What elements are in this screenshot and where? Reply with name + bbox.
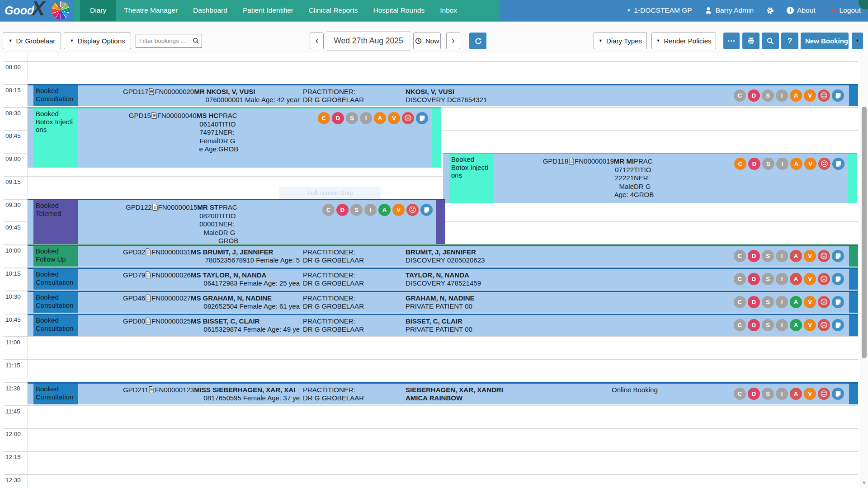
status-icon-c[interactable]: C xyxy=(322,204,335,216)
status-icon-v[interactable]: V xyxy=(804,388,816,400)
status-icon-v[interactable]: V xyxy=(804,250,816,262)
note-icon[interactable] xyxy=(832,158,844,170)
note-icon[interactable] xyxy=(832,89,844,102)
status-icon-a[interactable]: A xyxy=(374,112,386,124)
status-icon-d[interactable]: D xyxy=(748,296,760,308)
nav-tab-patient-identifier[interactable]: Patient Identifier xyxy=(235,0,301,21)
about-button[interactable]: i About xyxy=(787,6,816,14)
status-icon-i[interactable]: I xyxy=(776,158,788,170)
status-icon-d[interactable]: D xyxy=(748,89,760,102)
sad-face-icon[interactable]: ☹ xyxy=(818,250,830,262)
nav-tab-inbox[interactable]: Inbox xyxy=(432,0,465,21)
note-icon[interactable] xyxy=(832,388,844,400)
note-icon[interactable] xyxy=(832,296,844,308)
sad-face-icon[interactable]: ☹ xyxy=(818,89,830,102)
booking-09:30-telemed[interactable]: BookedTelemedGPD122FN00000015MR ST082000… xyxy=(28,199,445,244)
status-icon-v[interactable]: V xyxy=(804,319,816,331)
status-icon-c[interactable]: C xyxy=(734,89,746,102)
status-icon-a[interactable]: A xyxy=(790,388,802,400)
status-icon-d[interactable]: D xyxy=(748,250,760,262)
new-booking-caret-button[interactable]: ▼ xyxy=(852,33,863,49)
search-button[interactable] xyxy=(762,33,779,49)
status-icon-c[interactable]: C xyxy=(734,319,746,331)
status-icon-i[interactable]: I xyxy=(364,204,377,216)
status-icon-d[interactable]: D xyxy=(748,388,760,400)
sad-face-icon[interactable]: ☹ xyxy=(406,204,419,216)
sad-face-icon[interactable]: ☹ xyxy=(818,388,830,400)
settings-button[interactable] xyxy=(766,6,774,15)
status-icon-a[interactable]: A xyxy=(790,250,802,262)
diary-types-dropdown[interactable]: ▼ Diary Types xyxy=(594,33,647,49)
note-icon[interactable] xyxy=(832,273,844,285)
practitioner-dropdown[interactable]: ▼ Dr Grobelaar xyxy=(3,33,61,49)
status-icon-s[interactable]: S xyxy=(350,204,363,216)
date-display[interactable]: Wed 27th Aug 2025 xyxy=(327,31,410,51)
status-icon-a[interactable]: A xyxy=(378,204,391,216)
logout-button[interactable]: Logout xyxy=(828,6,861,14)
booking-08:30-botox[interactable]: BookedBotox InjectionsGPD15FN00000040MS … xyxy=(28,107,441,168)
nav-tab-hospital-rounds[interactable]: Hospital Rounds xyxy=(365,0,432,21)
status-icon-s[interactable]: S xyxy=(762,273,774,285)
display-options-dropdown[interactable]: ▼ Display Options xyxy=(64,33,131,49)
status-icon-i[interactable]: I xyxy=(776,296,788,308)
status-icon-i[interactable]: I xyxy=(776,250,788,262)
booking-09:00-botox[interactable]: BookedBotox InjectionsGPD118FN00000019MR… xyxy=(443,153,857,203)
status-icon-v[interactable]: V xyxy=(804,273,816,285)
status-icon-c[interactable]: C xyxy=(734,158,746,170)
nav-tab-diary[interactable]: Diary xyxy=(80,0,116,21)
status-icon-i[interactable]: I xyxy=(360,112,372,124)
note-icon[interactable] xyxy=(420,204,433,216)
status-icon-d[interactable]: D xyxy=(748,319,760,331)
status-icon-c[interactable]: C xyxy=(734,296,746,308)
user-menu[interactable]: Barry Admin xyxy=(704,6,754,14)
status-icon-i[interactable]: I xyxy=(776,319,788,331)
nav-tab-clinical-reports[interactable]: Clinical Reports xyxy=(301,0,366,21)
booking-10:15-consultation[interactable]: BookedConsultationGPD79FN00000026MS TAYL… xyxy=(28,267,858,290)
nav-tab-theatre-manager[interactable]: Theatre Manager xyxy=(116,0,185,21)
status-icon-d[interactable]: D xyxy=(336,204,349,216)
status-icon-i[interactable]: I xyxy=(776,388,788,400)
status-icon-i[interactable]: I xyxy=(776,89,788,102)
prev-day-button[interactable]: ‹ xyxy=(310,33,324,49)
practice-selector[interactable]: ▼ 1-DOCSTEAM GP xyxy=(627,6,692,14)
new-booking-button[interactable]: New Booking xyxy=(801,33,849,49)
status-icon-c[interactable]: C xyxy=(734,273,746,285)
booking-10:00-followup[interactable]: BookedFollow UpGPD32FN00000031MS BRUMIT,… xyxy=(28,244,858,267)
status-icon-v[interactable]: V xyxy=(804,89,816,102)
note-icon[interactable] xyxy=(416,112,428,124)
next-day-button[interactable]: › xyxy=(446,33,460,49)
status-icon-d[interactable]: D xyxy=(748,158,760,170)
status-icon-v[interactable]: V xyxy=(804,158,816,170)
scrollbar-thumb[interactable] xyxy=(862,107,867,358)
booking-10:45-consultation[interactable]: BookedConsultationGPD80FN00000025MS BISS… xyxy=(28,314,858,336)
nav-tab-dashboard[interactable]: Dashboard xyxy=(185,0,235,21)
render-policies-dropdown[interactable]: ▼ Render Policies xyxy=(651,33,716,49)
booking-10:30-consultation[interactable]: BookedConsultationGPD46FN00000027MS GRAH… xyxy=(28,291,858,313)
booking-11:30-consultation[interactable]: BookedConsultationGPD211FN00000123MISS S… xyxy=(28,382,858,404)
status-icon-c[interactable]: C xyxy=(734,388,746,400)
refresh-button[interactable] xyxy=(469,33,486,49)
status-icon-s[interactable]: S xyxy=(762,250,774,262)
status-icon-c[interactable]: C xyxy=(318,112,330,124)
sad-face-icon[interactable]: ☹ xyxy=(402,112,414,124)
status-icon-s[interactable]: S xyxy=(346,112,358,124)
search-icon[interactable] xyxy=(193,38,199,44)
help-button[interactable]: ? xyxy=(781,33,798,49)
status-icon-a[interactable]: A xyxy=(790,296,802,308)
status-icon-v[interactable]: V xyxy=(392,204,405,216)
status-icon-v[interactable]: V xyxy=(388,112,400,124)
note-icon[interactable] xyxy=(832,250,844,262)
filter-bookings-input[interactable] xyxy=(136,38,193,44)
status-icon-s[interactable]: S xyxy=(762,388,774,400)
status-icon-a[interactable]: A xyxy=(790,158,802,170)
print-button[interactable] xyxy=(742,33,760,49)
status-icon-s[interactable]: S xyxy=(762,89,774,102)
goodx-logo[interactable]: Good X xyxy=(0,0,74,21)
sad-face-icon[interactable]: ☹ xyxy=(818,319,830,331)
status-icon-s[interactable]: S xyxy=(762,296,774,308)
scrollbar-track[interactable]: ▼ xyxy=(860,53,868,488)
status-icon-i[interactable]: I xyxy=(776,273,788,285)
more-options-button[interactable]: ... xyxy=(723,33,740,49)
status-icon-a[interactable]: A xyxy=(790,273,802,285)
status-icon-s[interactable]: S xyxy=(762,319,774,331)
